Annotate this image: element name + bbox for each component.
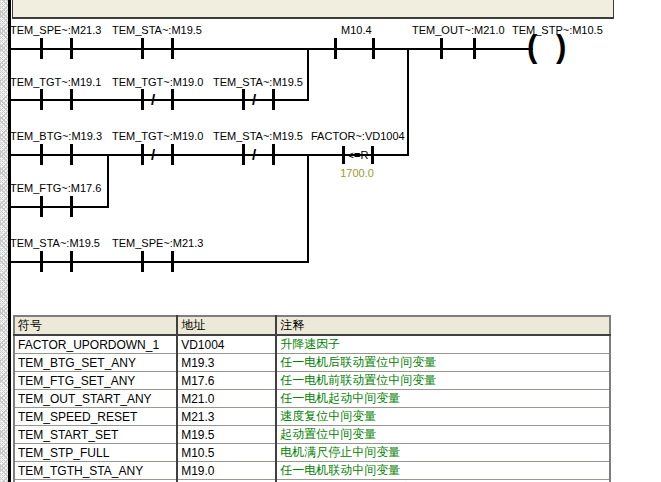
nc-contact-slash-icon: / bbox=[252, 147, 256, 163]
contact-label-tem-spe[interactable]: TEM_SPE~:M21.3 bbox=[10, 24, 101, 36]
symbol-cell[interactable]: TEM_STP_FULL bbox=[14, 444, 177, 462]
contact-bar[interactable] bbox=[70, 196, 73, 217]
contact-bar[interactable] bbox=[40, 89, 43, 110]
column-header-symbol: 符号 bbox=[14, 316, 177, 335]
contact-label-tem-ftg[interactable]: TEM_FTG~:M17.6 bbox=[10, 182, 101, 194]
symbol-cell[interactable]: TEM_START_SET bbox=[14, 426, 177, 444]
wire-branch-rung4-join bbox=[107, 154, 109, 208]
address-cell[interactable]: M19.0 bbox=[177, 462, 276, 480]
contact-bar[interactable] bbox=[334, 38, 337, 59]
plc-ladder-editor: TEM_SPE~:M21.3 TEM_STA~:M19.5 M10.4 TEM_… bbox=[0, 0, 661, 482]
contact-bar[interactable] bbox=[272, 89, 275, 110]
contact-bar[interactable] bbox=[70, 89, 73, 110]
address-cell[interactable]: VD1004 bbox=[177, 335, 276, 354]
wire-rung5 bbox=[10, 261, 309, 263]
comment-cell[interactable]: 速度复位中间变量 bbox=[276, 408, 610, 426]
symbol-cell[interactable]: TEM_OUT_START_ANY bbox=[14, 390, 177, 408]
contact-bar[interactable] bbox=[440, 38, 443, 59]
contact-bar[interactable] bbox=[171, 38, 174, 59]
table-row: TEM_SPEED_RESET M21.3 速度复位中间变量 bbox=[14, 408, 610, 426]
contact-label-tem-tgt-set[interactable]: TEM_TGT~:M19.1 bbox=[10, 76, 101, 88]
compare-constant-value[interactable]: 1700.0 bbox=[332, 167, 382, 179]
column-header-address: 地址 bbox=[177, 316, 276, 335]
table-row: TEM_BTG_SET_ANY M19.3 任一电机后联动置位中间变量 bbox=[14, 354, 610, 372]
symbol-cell[interactable]: TEM_FTG_SET_ANY bbox=[14, 372, 177, 390]
column-header-comment: 注释 bbox=[276, 316, 610, 335]
contact-bar[interactable] bbox=[242, 144, 245, 165]
contact-bar[interactable] bbox=[272, 144, 275, 165]
address-cell[interactable]: M19.5 bbox=[177, 426, 276, 444]
symbol-cell[interactable]: TEM_SPEED_RESET bbox=[14, 408, 177, 426]
symbol-cell[interactable]: FACTOR_UPORDOWN_1 bbox=[14, 335, 177, 354]
contact-bar[interactable] bbox=[242, 89, 245, 110]
wire-branch-rung2-join bbox=[307, 48, 309, 101]
contact-bar[interactable] bbox=[40, 196, 43, 217]
contact-label-tem-out[interactable]: TEM_OUT~:M21.0 bbox=[412, 24, 505, 36]
nc-contact-slash-icon: / bbox=[151, 92, 155, 108]
contact-label-tem-btg[interactable]: TEM_BTG~:M19.3 bbox=[10, 130, 102, 142]
contact-bar[interactable] bbox=[40, 251, 43, 272]
wire-rung2 bbox=[10, 99, 309, 101]
wire-branch-rung5-join bbox=[307, 154, 309, 263]
contact-label-tem-tgt[interactable]: TEM_TGT~:M19.0 bbox=[112, 76, 203, 88]
table-row: TEM_OUT_START_ANY M21.0 任一电机起动中间变量 bbox=[14, 390, 610, 408]
contact-label-tem-sta[interactable]: TEM_STA~:M19.5 bbox=[213, 130, 303, 142]
symbol-cell[interactable]: TEM_TGTH_STA_ANY bbox=[14, 462, 177, 480]
contact-bar[interactable] bbox=[372, 38, 375, 59]
output-coil-icon[interactable]: ) bbox=[556, 33, 566, 61]
table-row: TEM_FTG_SET_ANY M17.6 任一电机前联动置位中间变量 bbox=[14, 372, 610, 390]
contact-bar[interactable] bbox=[473, 38, 476, 59]
table-row: FACTOR_UPORDOWN_1 VD1004 升降速因子 bbox=[14, 335, 610, 354]
contact-bar[interactable] bbox=[171, 251, 174, 272]
address-cell[interactable]: M10.5 bbox=[177, 444, 276, 462]
contact-label-tem-sta[interactable]: TEM_STA~:M19.5 bbox=[10, 237, 100, 249]
network-comment-box[interactable] bbox=[12, 0, 614, 19]
contact-bar[interactable] bbox=[171, 144, 174, 165]
contact-bar[interactable] bbox=[171, 89, 174, 110]
contact-bar[interactable] bbox=[70, 38, 73, 59]
contact-label-tem-tgt[interactable]: TEM_TGT~:M19.0 bbox=[112, 130, 203, 142]
editor-margin bbox=[0, 0, 8, 482]
comment-cell[interactable]: 升降速因子 bbox=[276, 335, 610, 354]
contact-bar[interactable] bbox=[70, 144, 73, 165]
symbol-table-header-row: 符号 地址 注释 bbox=[14, 316, 610, 335]
contact-label-tem-sta[interactable]: TEM_STA~:M19.5 bbox=[213, 76, 303, 88]
symbol-cell[interactable]: TEM_BTG_SET_ANY bbox=[14, 354, 177, 372]
comment-cell[interactable]: 任一电机后联动置位中间变量 bbox=[276, 354, 610, 372]
contact-bar[interactable] bbox=[141, 144, 144, 165]
address-cell[interactable]: M19.3 bbox=[177, 354, 276, 372]
contact-label-tem-spe[interactable]: TEM_SPE~:M21.3 bbox=[112, 237, 203, 249]
contact-bar[interactable] bbox=[40, 144, 43, 165]
comment-cell[interactable]: 任一电机起动中间变量 bbox=[276, 390, 610, 408]
address-cell[interactable]: M21.0 bbox=[177, 390, 276, 408]
nc-contact-slash-icon: / bbox=[151, 147, 155, 163]
table-row: TEM_START_SET M19.5 起动置位中间变量 bbox=[14, 426, 610, 444]
symbol-table: 符号 地址 注释 FACTOR_UPORDOWN_1 VD1004 升降速因子 … bbox=[13, 315, 611, 482]
wire-rung1 bbox=[10, 48, 533, 50]
compare-operand-label[interactable]: FACTOR~:VD1004 bbox=[311, 130, 405, 142]
contact-bar[interactable] bbox=[141, 38, 144, 59]
table-row: TEM_TGTH_STA_ANY M19.0 任一电机联动中间变量 bbox=[14, 462, 610, 480]
table-row: TEM_STP_FULL M10.5 电机满尺停止中间变量 bbox=[14, 444, 610, 462]
contact-bar[interactable] bbox=[141, 251, 144, 272]
address-cell[interactable]: M21.3 bbox=[177, 408, 276, 426]
contact-label-tem-sta[interactable]: TEM_STA~:M19.5 bbox=[112, 24, 202, 36]
contact-label-m10-4[interactable]: M10.4 bbox=[341, 24, 372, 36]
wire-rung4 bbox=[10, 206, 109, 208]
wire-branch-compare-join bbox=[407, 48, 409, 156]
contact-bar[interactable] bbox=[70, 251, 73, 272]
contact-bar[interactable] bbox=[141, 89, 144, 110]
nc-contact-slash-icon: / bbox=[252, 92, 256, 108]
comment-cell[interactable]: 起动置位中间变量 bbox=[276, 426, 610, 444]
comment-cell[interactable]: 电机满尺停止中间变量 bbox=[276, 444, 610, 462]
comment-cell[interactable]: 任一电机前联动置位中间变量 bbox=[276, 372, 610, 390]
address-cell[interactable]: M17.6 bbox=[177, 372, 276, 390]
compare-operator[interactable]: <=R bbox=[343, 149, 373, 161]
contact-bar[interactable] bbox=[40, 38, 43, 59]
output-coil-icon[interactable]: ( bbox=[527, 33, 537, 61]
comment-cell[interactable]: 任一电机联动中间变量 bbox=[276, 462, 610, 480]
